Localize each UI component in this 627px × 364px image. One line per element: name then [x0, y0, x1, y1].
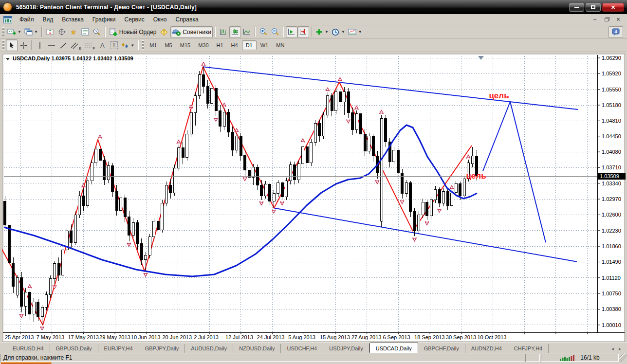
tab-CHFJPY,H4[interactable]: CHFJPY,H4	[508, 344, 549, 353]
zoom-out-icon	[271, 28, 279, 36]
menu-items: ФайлВидВставкаГрафикиСервисОкноСправка	[15, 15, 203, 24]
timeframe-M15[interactable]: M15	[176, 40, 194, 50]
tab-USDCHF,H4[interactable]: USDCHF,H4	[281, 344, 323, 353]
toolbar-grip[interactable]	[2, 40, 4, 50]
svg-text:1.04080: 1.04080	[602, 149, 621, 155]
vertical-line-button[interactable]	[34, 39, 46, 51]
mdi-close-button[interactable]: ×	[614, 16, 622, 23]
chart-tab-bar: EURUSD,H4GBPUSD,DailyEURJPY,H4GBPJPY,Dai…	[0, 343, 627, 353]
restore-button[interactable]	[586, 3, 601, 12]
templates-button[interactable]: ▼	[347, 26, 364, 38]
zoom-in-button[interactable]	[258, 26, 269, 38]
tab-EURUSD,H4[interactable]: EURUSD,H4	[7, 344, 50, 353]
svg-text:USDCAD,Daily 1.03975 1.04122: USDCAD,Daily 1.03975 1.04122 1.03402 1.0…	[13, 55, 133, 61]
market-watch-button[interactable]	[44, 26, 56, 38]
menu-item-Окно[interactable]: Окно	[149, 15, 171, 24]
new-order-button[interactable]: Новый Ордер	[108, 26, 158, 38]
alert-button[interactable]: !	[158, 26, 170, 38]
price-chart-canvas[interactable]: 1.062901.059201.055501.051801.048101.044…	[2, 52, 626, 343]
timeframe-D1[interactable]: D1	[242, 40, 257, 50]
profiles-icon	[24, 28, 33, 36]
timeframe-W1[interactable]: W1	[257, 40, 273, 50]
svg-text:1.01490: 1.01490	[602, 259, 621, 265]
svg-text:7 May 2013: 7 May 2013	[37, 334, 64, 340]
data-window-button[interactable]	[56, 26, 68, 38]
text-label-button[interactable]: T	[108, 39, 120, 51]
tab-GBPCHF,Daily[interactable]: GBPCHF,Daily	[418, 344, 465, 353]
tab-scroll-left-icon[interactable]: ◂	[611, 346, 614, 351]
chart-area[interactable]: 1.062901.059201.055501.051801.048101.044…	[2, 52, 626, 343]
expert-advisor-icon	[172, 28, 181, 36]
tab-GBPJPY,Daily[interactable]: GBPJPY,Daily	[139, 344, 185, 353]
timeframe-M1[interactable]: M1	[146, 40, 161, 50]
strategy-tester-button[interactable]	[91, 26, 103, 38]
fibonacci-button[interactable]: F	[83, 39, 96, 51]
cursor-button[interactable]	[6, 39, 18, 51]
timeframe-MN[interactable]: MN	[272, 40, 288, 50]
tab-USDJPY,Daily[interactable]: USDJPY,Daily	[323, 344, 369, 353]
status-bar: Для справки, нажмите F1 16/1 kb	[0, 353, 627, 362]
crosshair-button[interactable]	[18, 39, 29, 51]
timeframe-M30[interactable]: M30	[194, 40, 212, 50]
crosshair-tool-icon	[20, 42, 27, 49]
tab-GBPUSD,Daily[interactable]: GBPUSD,Daily	[50, 344, 98, 353]
svg-text:1.02600: 1.02600	[602, 212, 621, 218]
periods-button[interactable]: ▼	[330, 26, 347, 38]
mdi-minimize-button[interactable]: –	[591, 16, 599, 23]
chart-line-button[interactable]	[241, 26, 253, 38]
horizontal-line-button[interactable]	[46, 39, 57, 51]
title-bar[interactable]: 565018: Panteon Client Terminal - Демо С…	[0, 0, 627, 14]
mdi-restore-button[interactable]	[603, 16, 610, 23]
text-button[interactable]: A	[96, 39, 108, 51]
menu-item-Графики[interactable]: Графики	[88, 15, 120, 24]
mailbox-news-button[interactable]: 4	[609, 26, 623, 38]
trendline-button[interactable]	[57, 39, 69, 51]
line-chart-icon	[242, 28, 251, 36]
menu-item-Файл[interactable]: Файл	[15, 15, 38, 24]
profiles-button[interactable]: ▼	[23, 26, 39, 38]
tab-scroll-right-icon[interactable]: ▸	[619, 346, 621, 351]
svg-text:1.00010: 1.00010	[602, 322, 621, 328]
timeframe-H4[interactable]: H4	[227, 40, 242, 50]
status-help-text: Для справки, нажмите F1	[0, 354, 524, 362]
timeframe-M5[interactable]: M5	[161, 40, 176, 50]
drawing-toolbar: E F A T ▼ M1M5M15M30H1H4D1W1MN	[0, 39, 627, 52]
timeframe-H1[interactable]: H1	[213, 40, 227, 50]
tab-EURJPY,H4[interactable]: EURJPY,H4	[98, 344, 139, 353]
chart-window-icon	[3, 16, 12, 23]
svg-text:10 Oct 2013: 10 Oct 2013	[478, 334, 507, 340]
terminal-list-icon	[81, 28, 89, 36]
menu-item-Вид[interactable]: Вид	[38, 15, 58, 24]
equidistant-channel-button[interactable]: E	[69, 39, 83, 51]
chart-tabs: EURUSD,H4GBPUSD,DailyEURJPY,H4GBPJPY,Dai…	[7, 343, 549, 353]
chart-bars-button[interactable]	[218, 26, 229, 38]
indicators-button[interactable]: ▼	[314, 26, 330, 38]
auto-scroll-button[interactable]	[286, 26, 297, 38]
new-chart-button[interactable]: ▼	[6, 26, 23, 38]
toolbar-separator	[105, 27, 106, 37]
zoom-out-button[interactable]	[269, 26, 281, 38]
toolbar-separator	[138, 40, 139, 50]
svg-text:25 Apr 2013: 25 Apr 2013	[5, 334, 34, 340]
template-icon	[348, 28, 357, 36]
tab-AUDNZD,H4[interactable]: AUDNZD,H4	[465, 344, 508, 353]
terminal-button[interactable]	[79, 26, 91, 38]
chart-shift-button[interactable]	[297, 26, 309, 38]
svg-text:1.05920: 1.05920	[602, 71, 621, 76]
chart-candles-button[interactable]	[229, 26, 241, 38]
menu-item-Справка[interactable]: Справка	[171, 15, 203, 24]
experts-button[interactable]: Советники	[170, 26, 213, 38]
toolbar-grip[interactable]	[2, 27, 4, 37]
tab-NZDUSD,Daily[interactable]: NZDUSD,Daily	[233, 344, 281, 353]
tab-AUDUSD,Daily[interactable]: AUDUSD,Daily	[185, 344, 233, 353]
navigator-button[interactable]: ★	[68, 26, 79, 38]
minimize-button[interactable]	[569, 3, 584, 12]
fibonacci-icon	[84, 42, 92, 49]
menu-item-Сервис[interactable]: Сервис	[120, 15, 149, 24]
arrows-button[interactable]: ▼	[120, 39, 136, 51]
tab-USDCAD,Daily[interactable]: USDCAD,Daily	[369, 343, 418, 353]
resize-grip[interactable]	[619, 353, 627, 362]
close-button[interactable]: ✕	[602, 3, 624, 12]
toolbar-grip[interactable]	[142, 40, 144, 50]
menu-item-Вставка[interactable]: Вставка	[57, 15, 88, 24]
